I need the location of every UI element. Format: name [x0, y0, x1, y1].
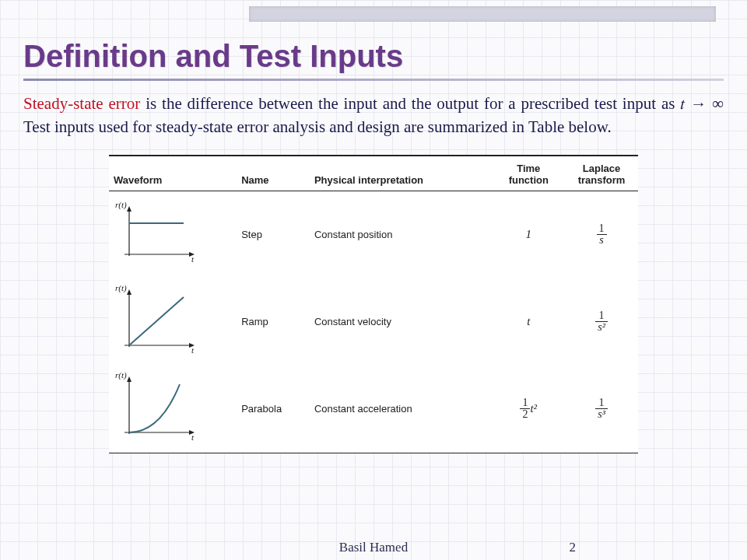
footer-author: Basil Hamed [0, 540, 747, 555]
table-row: r(t) t Ramp Constant velocity t [109, 278, 638, 366]
svg-marker-16 [127, 376, 132, 382]
table-row: r(t) t Step Constant position 1 [109, 191, 638, 278]
svg-line-12 [129, 297, 184, 345]
row-time-fn: t [527, 315, 530, 327]
col-time-function: Time function [492, 156, 565, 191]
svg-marker-2 [127, 206, 132, 212]
page-number: 2 [570, 540, 577, 555]
body-paragraph: Steady-state error is the difference bet… [23, 92, 724, 139]
svg-marker-9 [127, 289, 132, 295]
col-name: Name [237, 156, 310, 191]
svg-text:r(t): r(t) [115, 283, 127, 293]
row-interpretation: Constant position [310, 191, 492, 278]
svg-text:r(t): r(t) [115, 200, 127, 210]
waveform-parabola-icon: r(t) t [114, 370, 199, 448]
header-accent-bar [249, 6, 716, 22]
row-interpretation: Constant acceleration [310, 366, 492, 453]
term-highlight: Steady-state error [23, 94, 140, 113]
row-time-fn: 1 2 [520, 397, 530, 421]
waveform-step-icon: r(t) t [114, 196, 199, 274]
row-laplace: 1 s³ [595, 397, 608, 421]
title-underline [23, 79, 724, 81]
row-laplace: 1 s² [595, 310, 608, 334]
test-inputs-table: Waveform Name Physical interpretation Ti… [109, 155, 638, 453]
table-row: r(t) t Parabola Constant acceleration [109, 366, 638, 453]
slide-content: Definition and Test Inputs Steady-state … [23, 39, 724, 544]
svg-text:r(t): r(t) [115, 370, 127, 380]
col-interpretation: Physical interpretation [310, 156, 492, 191]
row-time-fn: 1 [526, 228, 532, 240]
row-name: Ramp [237, 278, 310, 366]
col-laplace: Laplace transform [565, 156, 638, 191]
row-name: Parabola [237, 366, 310, 453]
svg-text:t: t [191, 432, 195, 442]
slide-title: Definition and Test Inputs [23, 39, 724, 74]
svg-text:t: t [191, 254, 195, 264]
row-interpretation: Constant velocity [310, 278, 492, 366]
waveform-ramp-icon: r(t) t [114, 283, 199, 361]
row-name: Step [237, 191, 310, 278]
col-waveform: Waveform [109, 156, 237, 191]
row-laplace: 1 s [597, 223, 607, 247]
svg-text:t: t [191, 345, 195, 355]
